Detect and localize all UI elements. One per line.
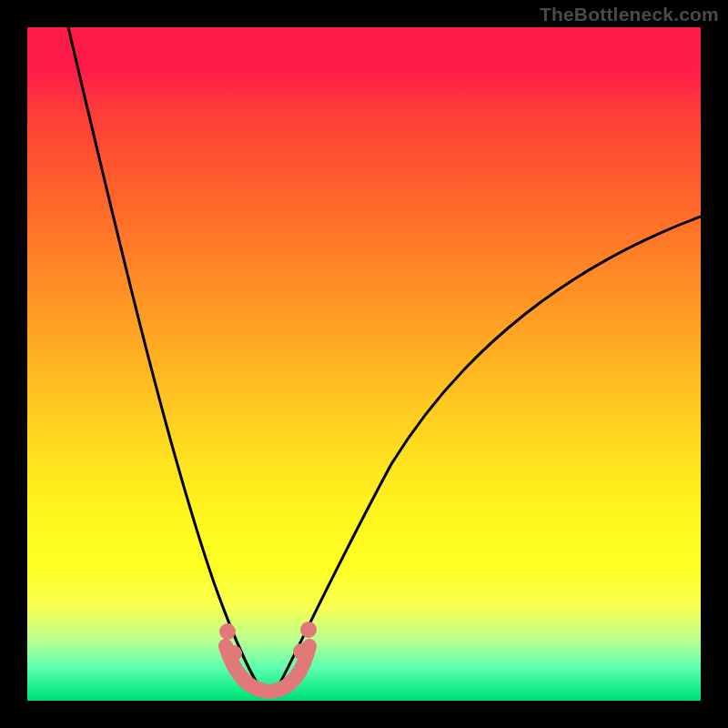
watermark-text: TheBottleneck.com: [540, 4, 719, 25]
pink-dot: [293, 643, 309, 660]
pink-dot: [300, 622, 317, 638]
left-curve: [68, 27, 266, 696]
pink-dot: [226, 645, 242, 662]
right-curve: [273, 217, 701, 696]
pink-dot: [219, 623, 236, 640]
chart-area: [27, 27, 701, 701]
chart-svg: [27, 27, 701, 701]
